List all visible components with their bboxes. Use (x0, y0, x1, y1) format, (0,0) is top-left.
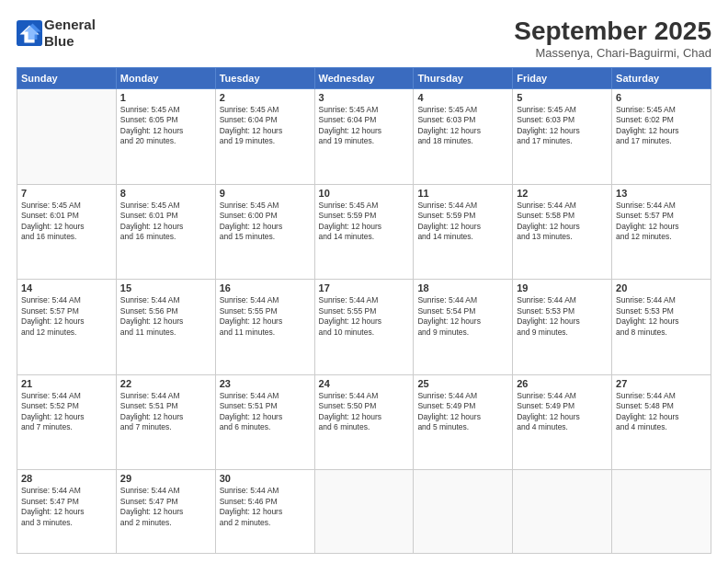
day-number: 2 (220, 92, 311, 103)
day-info: Sunrise: 5:44 AMSunset: 5:53 PMDaylight:… (616, 295, 707, 338)
calendar-table: SundayMondayTuesdayWednesdayThursdayFrid… (17, 67, 711, 554)
calendar-cell: 15Sunrise: 5:44 AMSunset: 5:56 PMDayligh… (116, 280, 215, 375)
calendar-cell: 24Sunrise: 5:44 AMSunset: 5:50 PMDayligh… (314, 374, 414, 470)
calendar-week-2: 7Sunrise: 5:45 AMSunset: 6:01 PMDaylight… (17, 184, 711, 280)
calendar-cell: 3Sunrise: 5:45 AMSunset: 6:04 PMDaylight… (314, 89, 414, 185)
calendar-cell: 11Sunrise: 5:44 AMSunset: 5:59 PMDayligh… (414, 184, 513, 280)
header: General Blue September 2025 Massenya, Ch… (17, 17, 711, 60)
day-number: 15 (120, 282, 211, 293)
calendar-cell: 26Sunrise: 5:44 AMSunset: 5:49 PMDayligh… (513, 374, 612, 470)
day-number: 20 (616, 282, 707, 293)
day-info: Sunrise: 5:44 AMSunset: 5:57 PMDaylight:… (616, 201, 707, 243)
weekday-header-sunday: Sunday (17, 68, 117, 89)
calendar-cell: 14Sunrise: 5:44 AMSunset: 5:57 PMDayligh… (17, 280, 117, 375)
weekday-header-friday: Friday (513, 68, 612, 89)
day-info: Sunrise: 5:44 AMSunset: 5:47 PMDaylight:… (120, 486, 211, 528)
day-number: 11 (417, 188, 508, 199)
day-info: Sunrise: 5:45 AMSunset: 6:04 PMDaylight:… (220, 105, 311, 147)
day-info: Sunrise: 5:44 AMSunset: 5:46 PMDaylight:… (220, 486, 311, 528)
day-info: Sunrise: 5:44 AMSunset: 5:55 PMDaylight:… (220, 295, 311, 338)
day-info: Sunrise: 5:44 AMSunset: 5:55 PMDaylight:… (319, 295, 410, 338)
calendar-cell: 20Sunrise: 5:44 AMSunset: 5:53 PMDayligh… (612, 280, 711, 375)
day-number: 12 (517, 188, 608, 199)
calendar-cell: 6Sunrise: 5:45 AMSunset: 6:02 PMDaylight… (612, 89, 711, 185)
day-number: 25 (417, 378, 508, 389)
day-info: Sunrise: 5:45 AMSunset: 6:00 PMDaylight:… (220, 201, 311, 243)
calendar-cell: 19Sunrise: 5:44 AMSunset: 5:53 PMDayligh… (513, 280, 612, 375)
day-number: 3 (319, 92, 410, 103)
day-number: 17 (319, 282, 410, 293)
weekday-header-thursday: Thursday (414, 68, 513, 89)
calendar-cell: 10Sunrise: 5:45 AMSunset: 5:59 PMDayligh… (314, 184, 414, 280)
day-info: Sunrise: 5:44 AMSunset: 5:54 PMDaylight:… (417, 295, 508, 338)
calendar-cell (314, 470, 414, 554)
calendar-cell: 8Sunrise: 5:45 AMSunset: 6:01 PMDaylight… (116, 184, 215, 280)
calendar-cell: 13Sunrise: 5:44 AMSunset: 5:57 PMDayligh… (612, 184, 711, 280)
day-number: 22 (120, 378, 211, 389)
day-number: 29 (120, 473, 211, 484)
weekday-header-tuesday: Tuesday (215, 68, 314, 89)
calendar-cell: 30Sunrise: 5:44 AMSunset: 5:46 PMDayligh… (215, 470, 314, 554)
calendar-cell: 23Sunrise: 5:44 AMSunset: 5:51 PMDayligh… (215, 374, 314, 470)
page: General Blue September 2025 Massenya, Ch… (0, 0, 728, 563)
day-number: 1 (120, 92, 211, 103)
calendar-header-row: SundayMondayTuesdayWednesdayThursdayFrid… (17, 68, 711, 89)
day-number: 28 (21, 473, 112, 484)
calendar-cell: 17Sunrise: 5:44 AMSunset: 5:55 PMDayligh… (314, 280, 414, 375)
calendar-cell: 2Sunrise: 5:45 AMSunset: 6:04 PMDaylight… (215, 89, 314, 185)
calendar-cell (414, 470, 513, 554)
calendar-cell: 7Sunrise: 5:45 AMSunset: 6:01 PMDaylight… (17, 184, 117, 280)
day-info: Sunrise: 5:44 AMSunset: 5:51 PMDaylight:… (120, 391, 211, 433)
day-info: Sunrise: 5:44 AMSunset: 5:52 PMDaylight:… (21, 391, 112, 433)
day-info: Sunrise: 5:44 AMSunset: 5:56 PMDaylight:… (120, 295, 211, 338)
day-number: 10 (319, 188, 410, 199)
day-info: Sunrise: 5:45 AMSunset: 6:03 PMDaylight:… (417, 105, 508, 147)
weekday-header-wednesday: Wednesday (314, 68, 414, 89)
day-info: Sunrise: 5:44 AMSunset: 5:49 PMDaylight:… (417, 391, 508, 433)
day-info: Sunrise: 5:45 AMSunset: 6:01 PMDaylight:… (21, 201, 112, 243)
calendar-cell: 9Sunrise: 5:45 AMSunset: 6:00 PMDaylight… (215, 184, 314, 280)
calendar-cell: 29Sunrise: 5:44 AMSunset: 5:47 PMDayligh… (116, 470, 215, 554)
day-info: Sunrise: 5:44 AMSunset: 5:51 PMDaylight:… (220, 391, 311, 433)
calendar-cell: 5Sunrise: 5:45 AMSunset: 6:03 PMDaylight… (513, 89, 612, 185)
day-number: 18 (417, 282, 508, 293)
calendar-cell: 16Sunrise: 5:44 AMSunset: 5:55 PMDayligh… (215, 280, 314, 375)
calendar-cell (17, 89, 117, 185)
day-info: Sunrise: 5:44 AMSunset: 5:57 PMDaylight:… (21, 295, 112, 338)
weekday-header-monday: Monday (116, 68, 215, 89)
day-number: 4 (417, 92, 508, 103)
day-info: Sunrise: 5:44 AMSunset: 5:48 PMDaylight:… (616, 391, 707, 433)
day-info: Sunrise: 5:44 AMSunset: 5:59 PMDaylight:… (417, 201, 508, 243)
month-title: September 2025 (514, 17, 711, 46)
day-info: Sunrise: 5:44 AMSunset: 5:58 PMDaylight:… (517, 201, 608, 243)
day-info: Sunrise: 5:45 AMSunset: 6:05 PMDaylight:… (120, 105, 211, 147)
calendar-week-4: 21Sunrise: 5:44 AMSunset: 5:52 PMDayligh… (17, 374, 711, 470)
day-info: Sunrise: 5:44 AMSunset: 5:53 PMDaylight:… (517, 295, 608, 338)
day-number: 6 (616, 92, 707, 103)
calendar-cell: 27Sunrise: 5:44 AMSunset: 5:48 PMDayligh… (612, 374, 711, 470)
calendar-cell: 25Sunrise: 5:44 AMSunset: 5:49 PMDayligh… (414, 374, 513, 470)
day-number: 30 (220, 473, 311, 484)
day-number: 26 (517, 378, 608, 389)
location-subtitle: Massenya, Chari-Baguirmi, Chad (514, 46, 711, 60)
calendar-cell (612, 470, 711, 554)
day-number: 16 (220, 282, 311, 293)
day-number: 8 (120, 188, 211, 199)
weekday-header-saturday: Saturday (612, 68, 711, 89)
day-info: Sunrise: 5:44 AMSunset: 5:49 PMDaylight:… (517, 391, 608, 433)
day-number: 14 (21, 282, 112, 293)
calendar-week-5: 28Sunrise: 5:44 AMSunset: 5:47 PMDayligh… (17, 470, 711, 554)
calendar-cell: 22Sunrise: 5:44 AMSunset: 5:51 PMDayligh… (116, 374, 215, 470)
day-number: 24 (319, 378, 410, 389)
calendar-week-3: 14Sunrise: 5:44 AMSunset: 5:57 PMDayligh… (17, 280, 711, 375)
calendar-cell: 12Sunrise: 5:44 AMSunset: 5:58 PMDayligh… (513, 184, 612, 280)
calendar-cell (513, 470, 612, 554)
calendar-week-1: 1Sunrise: 5:45 AMSunset: 6:05 PMDaylight… (17, 89, 711, 185)
day-info: Sunrise: 5:45 AMSunset: 5:59 PMDaylight:… (319, 201, 410, 243)
day-info: Sunrise: 5:45 AMSunset: 6:03 PMDaylight:… (517, 105, 608, 147)
day-number: 5 (517, 92, 608, 103)
logo-text: General Blue (44, 17, 96, 50)
day-number: 7 (21, 188, 112, 199)
day-info: Sunrise: 5:45 AMSunset: 6:02 PMDaylight:… (616, 105, 707, 147)
logo: General Blue (17, 17, 96, 50)
